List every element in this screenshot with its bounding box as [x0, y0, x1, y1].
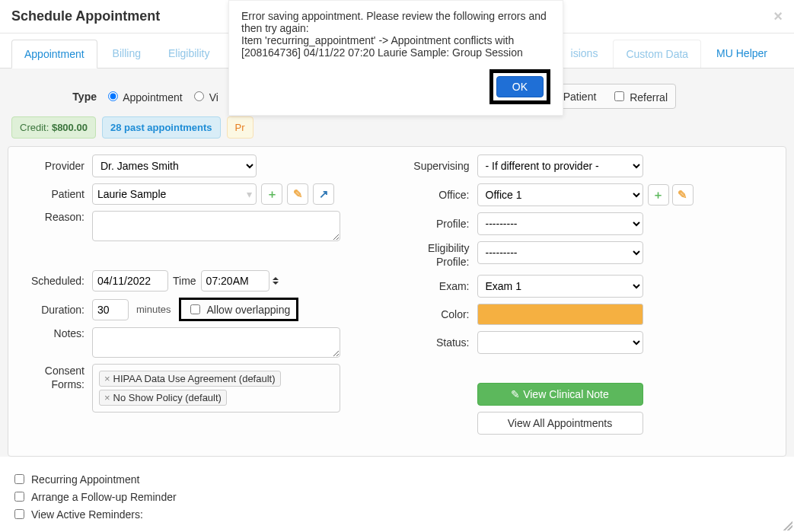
form-panel: Provider Dr. James Smith Patient ▾ ＋ ✎ ↗ — [8, 146, 786, 457]
remove-tag-icon[interactable]: × — [104, 392, 110, 403]
supervising-label: Supervising — [405, 160, 477, 172]
duration-input[interactable] — [92, 299, 129, 320]
office-select[interactable]: Office 1 — [477, 183, 643, 206]
color-label: Color: — [405, 308, 477, 320]
patient-input[interactable] — [92, 183, 257, 205]
notes-label: Notes: — [16, 327, 92, 339]
notes-textarea[interactable] — [92, 327, 340, 358]
type-referral[interactable]: Referral — [611, 89, 668, 104]
profile-select[interactable]: --------- — [477, 212, 643, 235]
tab-appointment[interactable]: Appointment — [11, 40, 97, 68]
scheduled-time-input[interactable] — [201, 270, 269, 291]
pr-badge[interactable]: Pr — [227, 116, 254, 139]
view-clinical-note-button[interactable]: ✎ View Clinical Note — [477, 383, 643, 406]
supervising-select[interactable]: - If different to provider - — [477, 155, 643, 177]
ok-button[interactable]: OK — [496, 76, 544, 97]
view-all-appointments-button[interactable]: View All Appointments — [477, 412, 643, 435]
alert-text-1: Error saving appointment. Please review … — [241, 10, 550, 34]
exam-label: Exam: — [405, 280, 477, 292]
scheduled-label: Scheduled: — [16, 275, 92, 287]
provider-select[interactable]: Dr. James Smith — [92, 155, 257, 177]
duration-label: Duration: — [16, 304, 92, 316]
reason-textarea[interactable] — [92, 211, 340, 241]
share-patient-icon[interactable]: ↗ — [313, 183, 334, 205]
status-label: Status: — [405, 336, 477, 349]
tab-eligibility[interactable]: Eligibility — [156, 40, 222, 68]
page-title: Schedule Appointment — [11, 8, 160, 24]
badge-row: Credit: $800.00 28 past appointments Pr — [0, 116, 794, 146]
allow-overlapping-highlight: Allow overlapping — [179, 298, 299, 321]
scheduled-date-input[interactable] — [92, 270, 168, 291]
remove-tag-icon[interactable]: × — [104, 373, 110, 384]
type-vi[interactable]: Vi — [190, 89, 218, 104]
type-label: Type — [11, 91, 97, 103]
close-icon[interactable]: × — [773, 8, 783, 25]
tab-mu-helper[interactable]: MU Helper — [704, 40, 780, 68]
status-select[interactable] — [477, 331, 643, 354]
profile-label: Profile: — [405, 218, 477, 230]
tab-revisions[interactable]: isions — [559, 40, 611, 68]
allow-overlapping-label: Allow overlapping — [207, 304, 291, 316]
ok-highlight: OK — [489, 69, 550, 104]
consent-label: ConsentForms: — [16, 364, 92, 391]
color-swatch[interactable] — [477, 304, 643, 325]
add-patient-icon[interactable]: ＋ — [261, 183, 282, 205]
consent-tag-noshow: ×No Show Policy (default) — [99, 390, 227, 406]
edit-patient-icon[interactable]: ✎ — [287, 183, 308, 205]
exam-select[interactable]: Exam 1 — [477, 275, 643, 298]
consent-forms-box[interactable]: ×HIPAA Data Use Agreement (default) ×No … — [92, 364, 340, 413]
allow-overlapping-checkbox[interactable] — [190, 304, 200, 314]
patient-label: Patient — [16, 188, 92, 200]
type-patient[interactable]: Patient — [563, 91, 597, 103]
dropdown-caret-icon[interactable]: ▾ — [247, 188, 252, 200]
resize-grip-icon[interactable] — [783, 521, 792, 530]
type-appointment[interactable]: Appointment — [104, 89, 183, 104]
office-label: Office: — [405, 189, 477, 201]
bottom-options: Recurring Appointment Arrange a Follow-u… — [0, 464, 794, 532]
reason-label: Reason: — [16, 211, 92, 223]
eligibility-profile-select[interactable]: --------- — [477, 241, 643, 264]
minutes-label: minutes — [136, 304, 171, 315]
edit-office-icon[interactable]: ✎ — [672, 184, 694, 205]
alert-text-2: Item 'recurring_appointment' -> Appointm… — [241, 34, 550, 59]
past-appointments-badge[interactable]: 28 past appointments — [102, 116, 221, 139]
tab-billing[interactable]: Billing — [100, 40, 153, 68]
view-active-reminders-checkbox[interactable]: View Active Reminders: — [11, 507, 783, 521]
consent-tag-hipaa: ×HIPAA Data Use Agreement (default) — [99, 371, 281, 387]
add-office-icon[interactable]: ＋ — [648, 184, 669, 205]
credit-badge: Credit: $800.00 — [11, 116, 96, 139]
provider-label: Provider — [16, 160, 92, 172]
error-alert: Error saving appointment. Please review … — [228, 0, 563, 116]
recurring-appointment-checkbox[interactable]: Recurring Appointment — [11, 472, 783, 486]
time-label: Time — [173, 275, 196, 287]
eligibility-profile-label: EligibilityProfile: — [405, 241, 477, 269]
time-stepper-icon[interactable] — [273, 277, 279, 285]
followup-reminder-checkbox[interactable]: Arrange a Follow-up Reminder — [11, 489, 783, 504]
tab-custom-data[interactable]: Custom Data — [613, 40, 701, 68]
